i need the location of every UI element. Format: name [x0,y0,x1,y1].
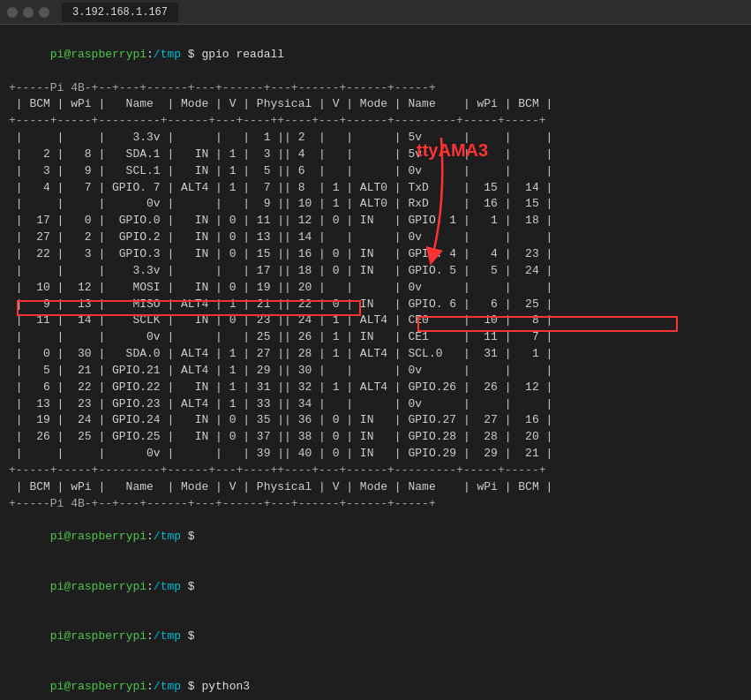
window-button-close[interactable] [7,7,18,18]
table-row-6: | 17 | 0 | GPIO.0 | IN | 0 | 11 || 12 | … [9,213,742,230]
table-header-top: +-----Pi 4B-+--+---+------+---+------+--… [9,80,742,97]
table-row-miso: | 9 | 13 | MISO | ALT4 | 1 | 21 || 22 | … [9,297,742,313]
table-row-18: | 26 | 25 | GPIO.25 | IN | 0 | 37 || 38 … [9,429,742,446]
table-row-3: | 3 | 9 | SCL.1 | IN | 1 | 5 || 6 | | | … [9,163,742,180]
table-row-2: | 2 | 8 | SDA.1 | IN | 1 | 3 || 4 | | | … [9,147,742,163]
table-row-sclk-ce0: | 11 | 14 | SCLK | IN | 0 | 23 || 24 | 1… [9,312,742,329]
table-row-1: | | | 3.3v | | | 1 || 2 | | | 5v | | | [9,130,742,147]
terminal-window: 3.192.168.1.167 pi@raspberrypi:/tmp $ gp… [0,0,751,700]
table-row-4: | 4 | 7 | GPIO. 7 | ALT4 | 1 | 7 || 8 | … [9,180,742,197]
table-row-14: | 5 | 21 | GPIO.21 | ALT4 | 1 | 29 || 30… [9,363,742,380]
prompt-dir: /tmp [154,48,181,61]
table-row-17: | 19 | 24 | GPIO.24 | IN | 0 | 35 || 36 … [9,412,742,429]
table-row-19: | | | 0v | | | 39 || 40 | 0 | IN | GPIO.… [9,446,742,463]
prompt-user: pi@raspberrypi [50,48,146,61]
prompt-dollar: $ gpio readall [181,48,284,61]
table-row-13: | 0 | 30 | SDA.0 | ALT4 | 1 | 27 || 28 |… [9,346,742,363]
table-row-12: | | | 0v | | | 25 || 26 | 1 | IN | CE1 |… [9,329,742,346]
table-row-8: | 22 | 3 | GPIO.3 | IN | 0 | 15 || 16 | … [9,246,742,263]
table-footer-cols: | BCM | wPi | Name | Mode | V | Physical… [9,479,742,496]
table-row-10: | 10 | 12 | MOSI | IN | 0 | 19 || 20 | |… [9,280,742,297]
blank-prompt-3: pi@raspberrypi:/tmp $ [9,613,742,663]
table-row-7: | 27 | 2 | GPIO.2 | IN | 0 | 13 || 14 | … [9,230,742,246]
blank-prompt-2: pi@raspberrypi:/tmp $ [9,562,742,613]
command-line: pi@raspberrypi:/tmp $ gpio readall [9,30,742,80]
prompt-colon: : [146,48,154,61]
table-sep-1: +-----+-----+---------+------+---+----++… [9,113,742,130]
table-row-15: | 6 | 22 | GPIO.22 | IN | 1 | 31 || 32 |… [9,380,742,396]
python3-prompt: pi@raspberrypi:/tmp $ python3 [9,662,742,700]
terminal-content: pi@raspberrypi:/tmp $ gpio readall ttyAM… [0,25,751,700]
window-button-max[interactable] [39,7,49,18]
window-button-min[interactable] [23,7,34,18]
table-row-16: | 13 | 23 | GPIO.23 | ALT4 | 1 | 33 || 3… [9,396,742,413]
title-bar: 3.192.168.1.167 [0,0,751,25]
table-footer-sep: +-----+-----+---------+------+---+----++… [9,463,742,479]
table-header-cols: | BCM | wPi | Name | Mode | V | Physical… [9,96,742,113]
terminal-tab[interactable]: 3.192.168.1.167 [62,3,178,22]
gpio-table: ttyAMA3 +-----Pi 4B-+--+---+------+---+-… [9,80,742,513]
table-footer-bot: +-----Pi 4B-+--+---+------+---+------+--… [9,496,742,513]
table-row-5: | | | 0v | | | 9 || 10 | 1 | ALT0 | RxD … [9,196,742,213]
blank-prompt-1: pi@raspberrypi:/tmp $ [9,512,742,562]
table-row-9: | | | 3.3v | | | 17 || 18 | 0 | IN | GPI… [9,263,742,280]
